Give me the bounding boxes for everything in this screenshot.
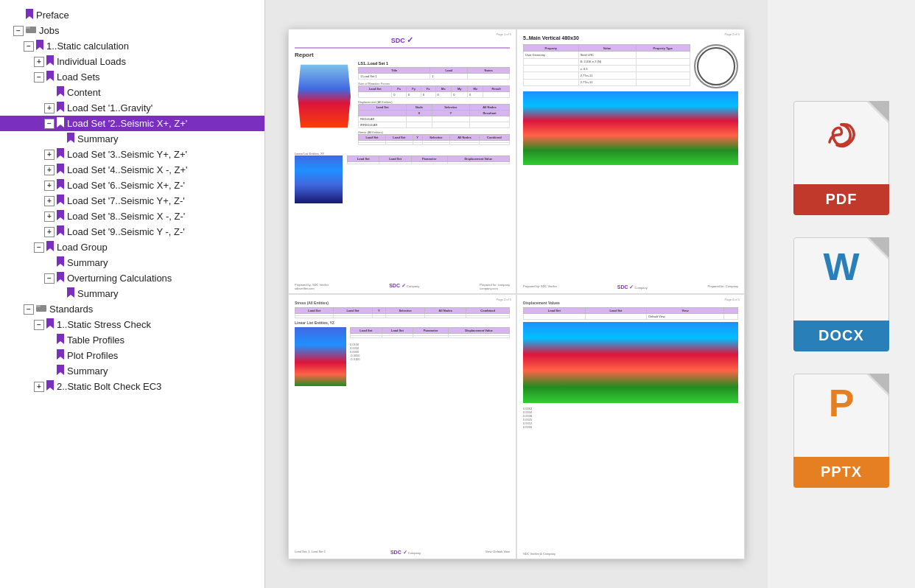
docx-fold	[869, 237, 889, 258]
pdf-export-button[interactable]: PDF	[793, 101, 889, 215]
tree-item-static-stress[interactable]: −1..Static Stress Check	[0, 317, 264, 332]
svg-marker-15	[57, 225, 64, 236]
bookmark-icon-load-set-2	[57, 117, 67, 130]
tree-item-individual-loads[interactable]: +Individual Loads	[0, 54, 264, 69]
tree-item-summary-lg[interactable]: Summary	[0, 255, 264, 270]
tree-item-load-set-9[interactable]: +Load Set '9..Seismic Y -, Z-'	[0, 224, 264, 239]
bookmark-icon-load-sets	[46, 71, 57, 83]
structure-preview-2	[295, 155, 343, 203]
toggle-load-group[interactable]: −	[34, 242, 44, 253]
table-area-3: Load SetLoad SetParameterDisplacement Va…	[350, 327, 510, 386]
tree-item-load-set-6[interactable]: +Load Set '6..Seismic X+, Z-'	[0, 178, 264, 193]
toggle-static-stress[interactable]: −	[34, 320, 44, 330]
tree-item-summary-std[interactable]: Summary	[0, 363, 264, 379]
tree-item-plot-profiles[interactable]: Plot Profiles	[0, 348, 264, 363]
tree-item-standards[interactable]: −Standards	[0, 301, 264, 317]
tree-item-load-set-1[interactable]: +Load Set '1..Gravity'	[0, 100, 264, 116]
toggle-load-set-8[interactable]: +	[44, 211, 55, 222]
tree-label-load-set-1: Load Set '1..Gravity'	[67, 102, 152, 113]
toggle-load-set-9[interactable]: +	[44, 227, 55, 237]
page-number-2: Page 2 of 5	[725, 32, 740, 36]
tree-label-load-set-3: Load Set '3..Seismic Y+, Z+'	[67, 149, 187, 160]
tree-label-content: Content	[67, 87, 101, 98]
svg-marker-25	[57, 365, 64, 375]
tree-item-load-set-7[interactable]: +Load Set '7..Seismic Y+, Z-'	[0, 193, 264, 209]
tree-item-preface[interactable]: Preface	[0, 7, 264, 23]
structure-preview-4	[295, 327, 346, 386]
toggle-static-bolt[interactable]: +	[34, 382, 44, 392]
svg-marker-6	[57, 86, 64, 97]
tree-item-load-set-8[interactable]: +Load Set '8..Seismic X -, Z-'	[0, 209, 264, 224]
tree-label-load-set-2: Load Set '2..Seismic X+, Z+'	[67, 118, 187, 129]
bookmark-icon-static-stress	[46, 318, 57, 331]
toggle-load-sets[interactable]: −	[34, 72, 44, 83]
tree-item-load-set-3[interactable]: +Load Set '3..Seismic Y+, Z+'	[0, 147, 264, 162]
table-area-2: Load SetLoad SetParameterDisplacement Va…	[347, 155, 510, 203]
tree-label-load-set-4: Load Set '4..Seismic X -, Z+'	[67, 164, 188, 175]
svg-marker-4	[46, 55, 54, 66]
svg-marker-9	[67, 133, 74, 143]
svg-rect-21	[36, 305, 41, 307]
tree-item-summary-ot[interactable]: Summary	[0, 286, 264, 301]
page-footer-1: Prepared by: SDC Verifiersdcverifier.com…	[295, 283, 510, 290]
tree-label-static-stress: 1..Static Stress Check	[57, 319, 151, 330]
bookmark-icon-summary-ot	[67, 287, 77, 300]
toggle-overturning[interactable]: −	[44, 273, 55, 284]
folder-icon-standards	[36, 303, 49, 315]
tree-item-content[interactable]: Content	[0, 85, 264, 100]
tree-label-preface: Preface	[36, 10, 69, 21]
tree-item-table-profiles[interactable]: Table Profiles	[0, 332, 264, 348]
page-footer-3: Load Set: 1..Load Set 1 SDC ✓ Company Vi…	[295, 550, 510, 556]
tree-item-static-bolt[interactable]: +2..Static Bolt Check EC3	[0, 379, 264, 394]
pdf-icon	[822, 114, 860, 161]
pptx-label: PPTX	[793, 457, 889, 488]
tree-panel: Preface−Jobs−1..Static calculation+Indiv…	[0, 0, 265, 588]
preview-page-3: Page 3 of 5 Stress (All Entities) Load S…	[288, 294, 516, 559]
tree-item-summary-ls2[interactable]: Summary	[0, 131, 264, 147]
folder-icon-jobs	[26, 24, 39, 37]
page2-title: 5..Main Vertical 480x30	[523, 35, 738, 41]
bookmark-icon-individual-loads	[46, 55, 57, 68]
toggle-jobs[interactable]: −	[13, 26, 24, 36]
tree-label-load-set-7: Load Set '7..Seismic Y+, Z-'	[67, 195, 185, 206]
structure-preview-1	[295, 61, 354, 131]
toggle-load-set-3[interactable]: +	[44, 150, 55, 160]
toggle-load-set-7[interactable]: +	[44, 196, 55, 206]
docx-export-button[interactable]: W DOCX	[793, 237, 889, 351]
tree-item-load-group[interactable]: −Load Group	[0, 239, 264, 255]
svg-marker-23	[57, 334, 64, 344]
structure-preview-5	[523, 322, 738, 403]
tree-label-standards: Standards	[49, 304, 93, 315]
page-footer-4: SDC Verifier & Company	[523, 552, 738, 556]
tree-item-load-set-2[interactable]: −Load Set '2..Seismic X+, Z+'	[0, 116, 264, 131]
tree-label-load-set-8: Load Set '8..Seismic X -, Z-'	[67, 211, 185, 222]
toggle-load-set-4[interactable]: +	[44, 165, 55, 175]
tree-item-static-calc[interactable]: −1..Static calculation	[0, 38, 264, 54]
tree-item-jobs[interactable]: −Jobs	[0, 23, 264, 38]
bookmark-icon-static-bolt	[46, 380, 57, 393]
pptx-fold	[869, 374, 889, 394]
bookmark-icon-preface	[26, 9, 36, 21]
circle-diagram	[694, 44, 738, 88]
toggle-load-set-6[interactable]: +	[44, 181, 55, 191]
page4-subtitle: Displacement Values	[523, 301, 738, 305]
svg-marker-7	[57, 102, 64, 112]
toggle-static-calc[interactable]: −	[24, 41, 34, 52]
tree-label-load-set-9: Load Set '9..Seismic Y -, Z-'	[67, 226, 185, 237]
tree-item-overturning[interactable]: −Overturning Calculations	[0, 270, 264, 286]
bookmark-icon-summary-lg	[57, 256, 67, 269]
toggle-load-set-1[interactable]: +	[44, 103, 55, 113]
svg-marker-14	[57, 210, 64, 220]
bookmark-icon-static-calc	[36, 40, 46, 52]
tree-item-load-sets[interactable]: −Load Sets	[0, 69, 264, 85]
tree-label-plot-profiles: Plot Profiles	[67, 350, 118, 361]
pptx-export-button[interactable]: P PPTX	[793, 374, 889, 488]
tree-label-load-group: Load Group	[57, 242, 108, 253]
bookmark-icon-overturning	[57, 272, 67, 284]
toggle-individual-loads[interactable]: +	[34, 57, 44, 67]
toggle-standards[interactable]: −	[24, 304, 34, 315]
tree-item-load-set-4[interactable]: +Load Set '4..Seismic X -, Z+'	[0, 162, 264, 178]
svg-rect-2	[26, 27, 30, 29]
svg-marker-10	[57, 148, 64, 158]
toggle-load-set-2[interactable]: −	[44, 119, 55, 129]
